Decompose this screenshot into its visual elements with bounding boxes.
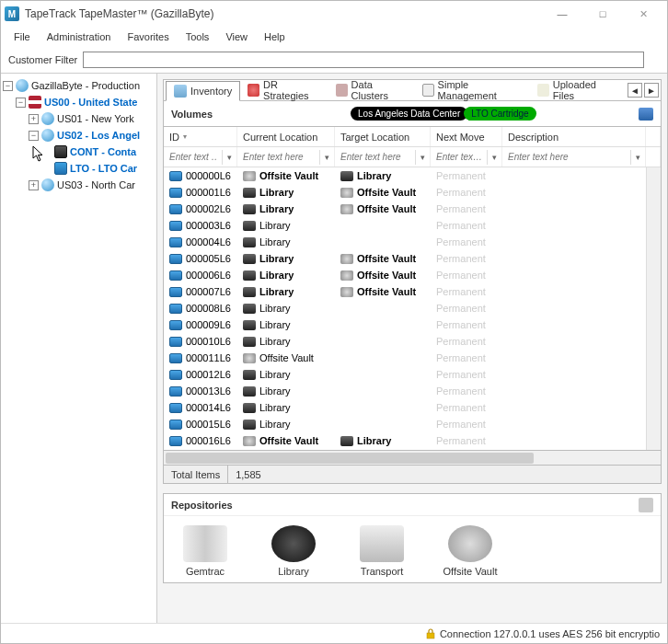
table-row[interactable]: 000010L6LibraryPermanent [164,333,661,350]
tape-icon [169,337,182,347]
collapse-icon[interactable]: − [3,81,13,91]
table-row[interactable]: 000001L6LibraryOffsite VaultPermanent [164,184,661,201]
collapse-icon[interactable]: − [29,131,39,141]
row-current-location: Library [259,303,291,314]
tree-cont[interactable]: CONT - Conta [3,144,155,160]
table-row[interactable]: 000017L6Offsite VaultPermanent [164,449,661,450]
repo-label: Offsite Vault [443,566,498,577]
filter-icon[interactable]: ▾ [222,150,236,165]
vault-icon [243,171,256,181]
row-next-move: Permanent [436,402,486,413]
column-target-location[interactable]: Target Location [335,127,431,146]
filter-id-input[interactable] [164,152,222,162]
expand-icon[interactable]: + [29,114,39,124]
filter-cl-input[interactable] [237,152,319,162]
table-row[interactable]: 000006L6LibraryOffsite VaultPermanent [164,267,661,283]
menu-view[interactable]: View [218,29,255,44]
row-next-move: Permanent [436,236,486,247]
table-row[interactable]: 000008L6LibraryPermanent [164,300,661,316]
collapse-icon[interactable]: − [16,98,26,108]
filter-nm-input[interactable] [431,152,487,162]
maximize-button[interactable]: □ [582,1,623,27]
filter-icon[interactable]: ▾ [415,150,430,165]
tape-icon [169,221,182,231]
repo-gemtrac[interactable]: Gemtrac [173,525,237,577]
vertical-scrollbar[interactable] [646,167,661,450]
minimize-button[interactable]: — [542,1,582,27]
table-row[interactable]: 000014L6LibraryPermanent [164,399,661,416]
tape-icon [54,162,67,175]
database-icon[interactable] [639,108,653,121]
table-row[interactable]: 000005L6LibraryOffsite VaultPermanent [164,250,661,267]
menu-file[interactable]: File [6,29,38,44]
table-row[interactable]: 000016L6Offsite VaultLibraryPermanent [164,432,661,449]
row-next-move: Permanent [436,270,486,281]
table-row[interactable]: 000007L6LibraryOffsite VaultPermanent [164,283,661,300]
table-row[interactable]: 000002L6LibraryOffsite VaultPermanent [164,201,661,217]
tree-us01[interactable]: +US01 - New York [3,110,155,127]
tab-prev-button[interactable]: ◄ [628,83,642,98]
globe-icon [41,129,54,142]
repo-library[interactable]: Library [261,525,326,577]
horizontal-scrollbar[interactable] [163,451,662,466]
scroll-thumb[interactable] [166,453,534,464]
tab-inventory[interactable]: Inventory [166,81,240,101]
inventory-icon [174,85,187,98]
table-row[interactable]: 000004L6LibraryPermanent [164,234,661,250]
filter-de-input[interactable] [502,152,630,162]
column-description[interactable]: Description [502,127,646,146]
filter-icon[interactable]: ▾ [630,150,645,165]
menu-administration[interactable]: Administration [40,29,119,44]
library-icon [243,270,256,281]
volumes-bar: Volumes Los Angeles Data Center LTO Cart… [163,101,662,127]
tree-us02[interactable]: −US02 - Los Angel [3,127,155,144]
tab-next-button[interactable]: ► [644,83,659,98]
tab-dr[interactable]: DR Strategies [240,80,328,100]
filter-icon[interactable]: ▾ [319,150,334,165]
table-row[interactable]: 000009L6LibraryPermanent [164,316,661,333]
table-row[interactable]: 000015L6LibraryPermanent [164,416,661,432]
repo-offsite-vault[interactable]: Offsite Vault [438,525,502,577]
row-id: 000015L6 [186,419,231,430]
table-row[interactable]: 000000L6Offsite VaultLibraryPermanent [164,167,661,184]
filter-icon[interactable]: ▾ [487,150,501,165]
table-row[interactable]: 000013L6LibraryPermanent [164,383,661,399]
menu-tools[interactable]: Tools [179,29,217,44]
tab-uploaded-files[interactable]: Uploaded Files [530,80,622,100]
gear-icon[interactable] [639,498,653,512]
table-row[interactable]: 000011L6Offsite VaultPermanent [164,350,661,366]
table-row[interactable]: 000003L6LibraryPermanent [164,217,661,234]
menu-help[interactable]: Help [257,29,293,44]
tree-us00[interactable]: −US00 - United State [3,94,155,110]
tree-label: US01 - New York [57,113,134,124]
menu-favorites[interactable]: Favorites [120,29,176,44]
row-next-move: Permanent [436,385,486,397]
tape-icon [169,270,182,281]
tree-lto[interactable]: LTO - LTO Car [3,160,155,177]
row-current-location: Library [259,187,294,198]
tab-simple-management[interactable]: Simple Management [415,80,530,100]
tape-icon [169,386,182,397]
tree-label: LTO - LTO Car [70,163,137,174]
tab-data-clusters[interactable]: Data Clusters [328,80,415,100]
vault-icon [448,525,492,562]
close-button[interactable]: ✕ [623,1,663,27]
column-id[interactable]: ID▾ [164,127,237,146]
filter-tl-input[interactable] [335,152,415,162]
row-id: 000014L6 [186,402,231,413]
tree-root[interactable]: −GazillaByte - Production [3,77,155,94]
column-current-location[interactable]: Current Location [237,127,335,146]
repo-transport[interactable]: Transport [350,525,414,577]
row-current-location: Library [259,220,291,231]
titlebar[interactable]: M TapeTrack TapeMaster™ (GazillaByte) — … [1,1,667,27]
tape-icon [169,436,182,446]
row-next-move: Permanent [436,435,486,446]
table-row[interactable]: 000012L6LibraryPermanent [164,366,661,383]
expand-icon[interactable]: + [29,180,39,190]
customer-filter-input[interactable] [83,52,644,68]
column-next-move[interactable]: Next Move [431,127,502,146]
globe-icon [41,178,54,191]
row-next-move: Permanent [436,170,486,181]
row-id: 000006L6 [186,270,231,281]
tree-us03[interactable]: +US03 - North Car [3,177,155,193]
